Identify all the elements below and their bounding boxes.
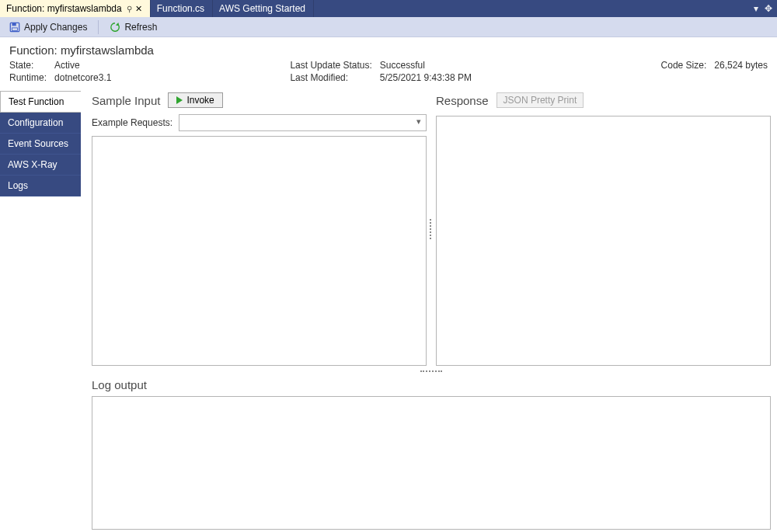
sample-input-textarea[interactable] [92, 136, 427, 366]
invoke-label: Invoke [186, 95, 214, 106]
sidebar-item-aws-xray[interactable]: AWS X-Ray [0, 155, 81, 176]
save-icon [9, 22, 20, 33]
sidebar-item-test-function[interactable]: Test Function [0, 91, 81, 113]
sidebar: Test Function Configuration Event Source… [0, 91, 81, 532]
state-value: Active [54, 60, 111, 71]
sidebar-item-configuration[interactable]: Configuration [0, 113, 81, 134]
last-modified-value: 5/25/2021 9:43:38 PM [380, 72, 472, 83]
apply-changes-label: Apply Changes [24, 22, 87, 33]
sidebar-item-label: Configuration [8, 117, 63, 128]
pin-icon[interactable]: ⚲ [127, 5, 132, 13]
body: Test Function Configuration Event Source… [0, 91, 777, 532]
svg-rect-2 [12, 27, 18, 30]
log-output-title: Log output [92, 378, 771, 391]
main-panel: Sample Input Invoke Example Requests: Re… [81, 91, 777, 532]
sidebar-item-label: AWS X-Ray [8, 159, 57, 170]
vertical-splitter[interactable] [428, 92, 434, 366]
doc-tab-function-lambda[interactable]: Function: myfirstawslambda ⚲ ✕ [0, 0, 151, 17]
info-col-right: Code Size: 26,524 bytes [661, 60, 768, 83]
function-header: Function: myfirstawslambda State: Active… [0, 37, 777, 88]
sidebar-item-logs[interactable]: Logs [0, 176, 81, 196]
apply-changes-button[interactable]: Apply Changes [5, 20, 92, 34]
sample-input-title: Sample Input [92, 94, 160, 107]
sidebar-item-label: Logs [8, 180, 28, 191]
tab-overflow-dropdown-icon[interactable]: ▾ [754, 3, 758, 14]
doc-tab-function-cs[interactable]: Function.cs [151, 0, 213, 17]
refresh-icon [110, 22, 120, 33]
example-requests-row: Example Requests: [92, 114, 427, 131]
doc-tab-label: AWS Getting Started [219, 3, 305, 14]
toolbar-separator [98, 20, 99, 34]
tabstrip-spacer [314, 0, 749, 17]
example-requests-label: Example Requests: [92, 117, 172, 128]
runtime-label: Runtime: [9, 72, 47, 83]
toolbar: Apply Changes Refresh [0, 17, 777, 37]
code-size-label: Code Size: [661, 60, 707, 83]
close-icon[interactable]: ✕ [135, 4, 142, 14]
code-size-value: 26,524 bytes [714, 60, 768, 83]
doc-tab-label: Function: myfirstawslambda [6, 3, 122, 14]
last-update-status-value: Successful [380, 60, 472, 71]
response-header: Response JSON Pretty Print [436, 92, 771, 108]
runtime-value: dotnetcore3.1 [54, 72, 111, 83]
sample-input-header: Sample Input Invoke [92, 92, 427, 108]
sidebar-item-label: Test Function [9, 96, 64, 107]
log-output-panel: Log output [92, 374, 771, 530]
response-title: Response [436, 94, 489, 107]
log-output-textarea[interactable] [92, 396, 771, 530]
sample-input-panel: Sample Input Invoke Example Requests: [92, 92, 427, 366]
function-name: myfirstawslambda [61, 43, 154, 57]
doc-tab-label: Function.cs [157, 3, 204, 14]
info-col-left: State: Active Runtime: dotnetcore3.1 [9, 60, 111, 83]
play-icon [176, 96, 183, 104]
last-update-status-label: Last Update Status: [290, 60, 371, 71]
sidebar-item-label: Event Sources [8, 138, 68, 149]
input-response-row: Sample Input Invoke Example Requests: Re… [92, 92, 771, 366]
refresh-button[interactable]: Refresh [105, 20, 162, 34]
svg-rect-1 [12, 23, 16, 26]
invoke-button[interactable]: Invoke [168, 92, 222, 108]
response-textarea[interactable] [436, 116, 771, 366]
function-title: Function: myfirstawslambda [9, 43, 768, 57]
json-pretty-print-button[interactable]: JSON Pretty Print [497, 92, 584, 108]
document-tab-strip: Function: myfirstawslambda ⚲ ✕ Function.… [0, 0, 777, 17]
title-prefix: Function: [9, 43, 57, 57]
sidebar-item-event-sources[interactable]: Event Sources [0, 134, 81, 155]
doc-tab-aws-getting-started[interactable]: AWS Getting Started [213, 0, 314, 17]
refresh-label: Refresh [124, 22, 157, 33]
example-requests-dropdown[interactable] [179, 114, 427, 131]
response-panel: Response JSON Pretty Print [436, 92, 771, 366]
function-info-grid: State: Active Runtime: dotnetcore3.1 Las… [9, 60, 768, 83]
window-position-icon[interactable]: ✥ [765, 3, 772, 14]
tabstrip-controls: ▾ ✥ [749, 0, 777, 17]
last-modified-label: Last Modified: [290, 72, 371, 83]
info-col-center: Last Update Status: Successful Last Modi… [290, 60, 472, 83]
state-label: State: [9, 60, 47, 71]
